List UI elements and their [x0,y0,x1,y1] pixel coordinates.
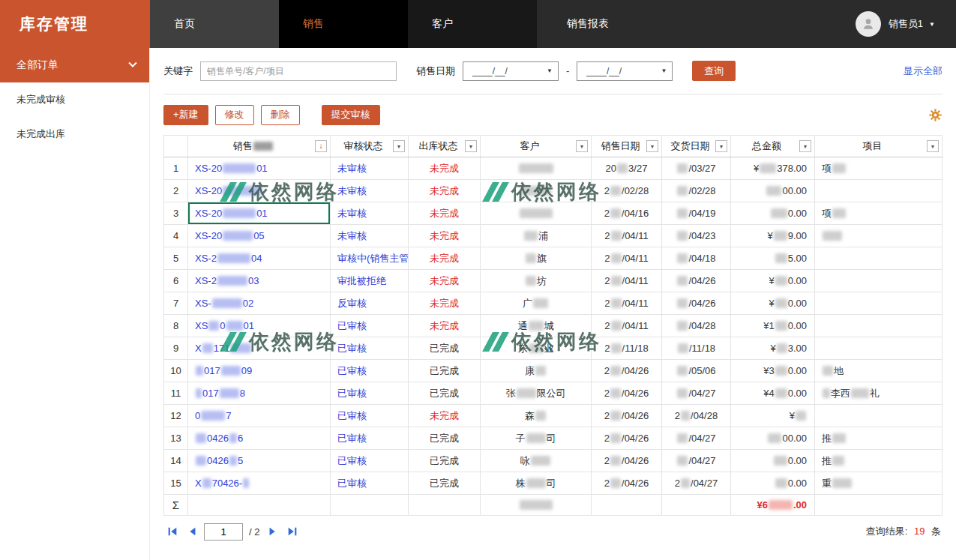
cell-customer: 森 [481,405,592,427]
cell-order-number[interactable]: X70426- [188,472,331,495]
cell-order-number[interactable]: 0178 [188,382,331,405]
cell-order-number[interactable]: 04265 [188,450,331,472]
redacted-text [529,321,544,331]
date-from-select[interactable]: ____/__/ ▼ [463,61,559,81]
sum-row: Σ¥6.00 [164,495,943,516]
column-header-num [164,136,188,157]
cell-order-number[interactable]: X171 [188,337,331,360]
table-row[interactable]: 8XS001已审核未完成通城2/04/11/04/28¥10.00 [164,315,943,337]
table-row[interactable]: 6XS-203审批被拒绝未完成坊2/04/11/04/26¥0.00 [164,270,943,292]
user-name: 销售员1 [889,17,923,31]
prev-page-icon[interactable] [184,524,199,539]
cell-total-amount: ¥40.00 [731,382,815,405]
redacted-text [760,163,776,173]
redacted-text [208,321,219,331]
redacted-text [531,456,550,466]
redacted-text [611,231,622,241]
redacted-text [823,366,833,376]
redacted-text [526,276,536,286]
nav-tab-1[interactable]: 销售 [279,0,408,48]
table-row[interactable]: 7XS-02反审核未完成广2/04/11/04/26¥0.00 [164,292,943,315]
filter-icon[interactable]: ▼ [927,140,939,152]
redacted-text [535,366,546,376]
cell-project: 李西礼 [815,382,943,405]
redacted-text [524,231,538,241]
cell-sale-date: 2/04/11 [592,292,662,315]
filter-icon[interactable]: ▼ [393,140,405,152]
cell-order-number[interactable]: 04266 [188,427,331,450]
cell-order-number[interactable]: XS-20 [188,180,331,202]
filter-icon[interactable]: ▼ [799,140,811,152]
cell-order-number[interactable]: XS-204 [188,247,331,270]
cell-sale-date: 2/04/26 [592,472,662,495]
redacted-text [677,456,688,466]
filter-icon[interactable]: ▼ [646,140,658,152]
delete-button[interactable]: 删除 [261,105,300,125]
cell-order-number[interactable]: 07 [188,405,331,427]
table-row[interactable]: 5XS-204审核中(销售主管)未完成旗2/04/11/04/185.00 [164,247,943,270]
cell-delivery-date: /04/27 [662,382,731,405]
sidebar-item-1[interactable]: 未完成出库 [0,117,149,151]
table-row[interactable]: 15X70426-已审核已完成株司2/04/262/04/270.00重 [164,472,943,495]
filter-icon[interactable]: ▼ [465,140,477,152]
table-row[interactable]: 1404265已审核已完成咏2/04/26/04/270.00推 [164,450,943,472]
table-row[interactable]: 3XS-2001未审核未完成2/04/16/04/190.00项 [164,202,943,225]
cell-order-number[interactable]: XS-2001 [188,202,331,225]
redacted-text [677,253,688,263]
sort-icon[interactable]: ↓ [315,140,327,152]
keyword-input[interactable] [200,61,397,81]
sidebar-item-0[interactable]: 未完成审核 [0,82,149,117]
new-button[interactable]: +新建 [163,105,208,125]
user-menu[interactable]: 销售员1 ▼ [856,0,956,48]
redacted-text [610,456,621,466]
query-results: 查询结果: 19 条 [866,525,941,538]
page-input[interactable] [204,523,243,541]
table-row[interactable]: 1001709已审核已完成康2/04/26/05/06¥30.00地 [164,360,943,382]
table-row[interactable]: 1304266已审核已完成子司2/04/26/04/2700.00推 [164,427,943,450]
filter-icon[interactable]: ▼ [715,140,727,152]
table-row[interactable]: 2XS-20未审核未完成2/02/28/02/2800.00 [164,180,943,202]
next-page-icon[interactable] [265,524,280,539]
date-to-select[interactable]: ____/__/ ▼ [577,61,673,81]
cell-row-number: 14 [164,450,188,472]
redacted-text [220,388,239,398]
cell-order-number[interactable]: XS-2005 [188,225,331,247]
nav-tab-2[interactable]: 客户 [408,0,537,48]
results-unit: 条 [931,526,941,537]
cell-order-number[interactable]: XS001 [188,315,331,337]
cell-order-number[interactable]: XS-203 [188,270,331,292]
show-all-link[interactable]: 显示全部 [904,64,943,78]
cell-total-amount: 00.00 [731,180,815,202]
gear-icon[interactable] [928,108,943,122]
redacted-text [775,478,787,488]
cell-order-number[interactable]: XS-2001 [188,157,331,180]
first-page-icon[interactable] [165,524,180,539]
nav-tab-3[interactable]: 销售报表 [537,0,666,48]
table-row[interactable]: 1XS-2001未审核未完成203/27/03/27¥378.00项 [164,157,943,180]
dropdown-arrow-icon: ▼ [547,67,553,74]
submit-review-button[interactable]: 提交审核 [322,105,380,125]
cell-sale-date: 2/04/26 [592,360,662,382]
table-row[interactable]: 4XS-2005未审核未完成浦2/04/11/04/23¥9.00 [164,225,943,247]
redacted-text [196,388,202,398]
search-button[interactable]: 查询 [692,61,736,81]
cell-sale-date: 2/11/18 [592,337,662,360]
last-page-icon[interactable] [285,524,300,539]
sum-total-amount: ¥6.00 [731,495,815,516]
redacted-text [202,478,211,488]
cell-delivery-date: /04/28 [662,315,731,337]
user-avatar-icon [856,11,881,37]
nav-tab-0[interactable]: 首页 [150,0,279,48]
cell-order-number[interactable]: 01709 [188,360,331,382]
cell-sale-date: 2/04/26 [592,382,662,405]
redacted-text [678,343,688,353]
date-separator: - [566,65,569,76]
table-row[interactable]: 1207已审核未完成森2/04/262/04/28¥ [164,405,943,427]
sidebar-item-all-orders[interactable]: 全部订单 [0,48,149,82]
cell-review-status: 未审核 [331,180,409,202]
filter-icon[interactable]: ▼ [576,140,588,152]
table-row[interactable]: 110178已审核已完成张限公司2/04/26/04/27¥40.00李西礼 [164,382,943,405]
cell-order-number[interactable]: XS-02 [188,292,331,315]
table-row[interactable]: 9X171已审核已完成东业2/11/18/11/18¥3.00 [164,337,943,360]
edit-button[interactable]: 修改 [215,105,254,125]
